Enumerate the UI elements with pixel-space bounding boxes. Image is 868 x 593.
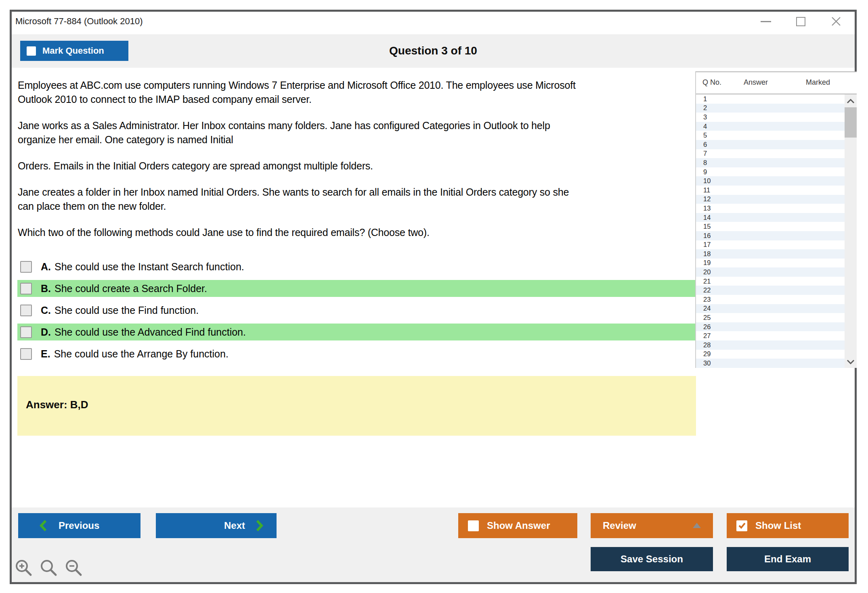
show-list-button[interactable]: Show List <box>727 513 849 538</box>
option-checkbox[interactable] <box>20 305 32 316</box>
option-row-d[interactable]: D. She could use the Advanced Find funct… <box>17 324 696 340</box>
next-label: Next <box>224 520 245 531</box>
question-list-row[interactable]: 11 <box>696 186 845 195</box>
option-row-a[interactable]: A. She could use the Instant Search func… <box>17 258 696 275</box>
maximize-icon <box>796 17 805 26</box>
option-checkbox[interactable] <box>20 348 32 360</box>
scroll-up-button[interactable] <box>845 97 857 106</box>
answer-box: Answer: B,D <box>17 376 696 436</box>
question-list-rows: 1234567891011121314151617181920212223242… <box>696 94 845 368</box>
question-list-row[interactable]: 19 <box>696 259 845 268</box>
option-text: She could use the Arrange By function. <box>54 348 229 360</box>
option-checkbox[interactable] <box>20 326 32 338</box>
question-list-row[interactable]: 14 <box>696 213 845 222</box>
question-list-row[interactable]: 1 <box>696 94 845 104</box>
review-button[interactable]: Review <box>591 513 713 538</box>
question-list-row[interactable]: 4 <box>696 122 845 131</box>
paragraph-line: organize her email. One category is name… <box>18 133 696 147</box>
option-checkbox[interactable] <box>20 283 32 294</box>
zoom-out-icon[interactable] <box>63 558 84 578</box>
show-answer-button[interactable]: Show Answer <box>458 513 577 538</box>
review-label: Review <box>603 520 636 531</box>
question-list-row[interactable]: 21 <box>696 277 845 286</box>
close-icon <box>831 16 841 27</box>
option-checkbox[interactable] <box>20 261 32 273</box>
question-paragraph: Orders. Emails in the Initial Orders cat… <box>18 159 696 173</box>
end-exam-label: End Exam <box>764 553 811 565</box>
question-list-row[interactable]: 9 <box>696 167 845 177</box>
option-row-e[interactable]: E. She could use the Arrange By function… <box>17 345 696 362</box>
question-paragraph: Jane works as a Sales Administrator. Her… <box>18 119 696 147</box>
zoom-reset-icon[interactable] <box>38 558 59 578</box>
chevron-down-icon <box>846 359 855 364</box>
maximize-button[interactable] <box>794 15 807 27</box>
mark-question-button[interactable]: Mark Question <box>20 41 128 61</box>
question-list-row[interactable]: 18 <box>696 249 845 259</box>
save-session-label: Save Session <box>621 553 683 565</box>
question-list-row[interactable]: 13 <box>696 204 845 213</box>
option-letter: B. <box>41 283 51 294</box>
option-row-c[interactable]: C. She could use the Find function. <box>17 302 696 319</box>
show-list-checkbox[interactable] <box>736 520 747 531</box>
previous-label: Previous <box>59 520 99 531</box>
question-list-row[interactable]: 3 <box>696 113 845 122</box>
question-list-row[interactable]: 30 <box>696 359 845 368</box>
save-session-button[interactable]: Save Session <box>591 547 713 571</box>
question-list-row[interactable]: 27 <box>696 331 845 340</box>
option-row-b[interactable]: B. She could create a Search Folder. <box>17 280 696 297</box>
chevron-up-icon <box>846 99 855 104</box>
question-list-scrollbar[interactable] <box>845 94 857 368</box>
scroll-down-button[interactable] <box>845 357 857 366</box>
answer-text: Answer: B,D <box>26 399 88 411</box>
option-letter: D. <box>41 326 51 338</box>
column-header-qno: Q No. <box>702 78 721 87</box>
minimize-button[interactable] <box>759 15 773 27</box>
question-list-row[interactable]: 7 <box>696 149 845 159</box>
show-answer-label: Show Answer <box>487 520 550 531</box>
paragraph-line: Employees at ABC.com use computers runni… <box>18 78 696 92</box>
question-list-row[interactable]: 17 <box>696 240 845 250</box>
previous-button[interactable]: Previous <box>18 513 140 538</box>
question-list-row[interactable]: 20 <box>696 267 845 277</box>
question-list-row[interactable]: 10 <box>696 176 845 186</box>
question-paragraph: Employees at ABC.com use computers runni… <box>18 78 696 106</box>
question-list-row[interactable]: 22 <box>696 286 845 295</box>
question-list-row[interactable]: 23 <box>696 295 845 304</box>
window-title: Microsoft 77-884 (Outlook 2010) <box>15 16 143 27</box>
zoom-controls <box>13 558 84 578</box>
check-icon <box>738 522 746 530</box>
question-list-row[interactable]: 2 <box>696 104 845 113</box>
next-button[interactable]: Next <box>156 513 277 538</box>
options-list: A. She could use the Instant Search func… <box>17 258 696 367</box>
question-list-row[interactable]: 29 <box>696 350 845 359</box>
end-exam-button[interactable]: End Exam <box>727 547 849 571</box>
option-text: She could use the Advanced Find function… <box>55 326 246 338</box>
option-letter: C. <box>41 305 51 316</box>
question-list-row[interactable]: 16 <box>696 231 845 240</box>
mark-question-checkbox[interactable] <box>27 46 36 56</box>
question-list-row[interactable]: 15 <box>696 222 845 231</box>
paragraph-line: Jane creates a folder in her Inbox named… <box>18 185 696 199</box>
paragraph-line: Which two of the following methods could… <box>18 226 696 240</box>
question-list-row[interactable]: 12 <box>696 195 845 204</box>
column-header-marked: Marked <box>806 78 830 87</box>
question-list-row[interactable]: 24 <box>696 304 845 313</box>
question-list-row[interactable]: 28 <box>696 340 845 350</box>
question-list-row[interactable]: 25 <box>696 313 845 322</box>
minimize-icon <box>761 21 771 22</box>
question-list-row[interactable]: 6 <box>696 140 845 149</box>
close-button[interactable] <box>829 15 843 27</box>
show-answer-checkbox[interactable] <box>468 520 479 531</box>
option-letter: A. <box>41 261 51 273</box>
option-text: She could use the Find function. <box>55 305 199 316</box>
scrollbar-thumb[interactable] <box>845 107 857 138</box>
zoom-in-icon[interactable] <box>13 558 34 578</box>
question-list-row[interactable]: 26 <box>696 322 845 332</box>
triangle-up-icon <box>693 523 701 528</box>
show-list-label: Show List <box>755 520 801 531</box>
paragraph-line: Jane works as a Sales Administrator. Her… <box>18 119 696 133</box>
paragraph-line: Orders. Emails in the Initial Orders cat… <box>18 159 696 173</box>
question-list-row[interactable]: 5 <box>696 131 845 140</box>
question-list-row[interactable]: 8 <box>696 158 845 167</box>
option-text: She could create a Search Folder. <box>55 283 207 294</box>
